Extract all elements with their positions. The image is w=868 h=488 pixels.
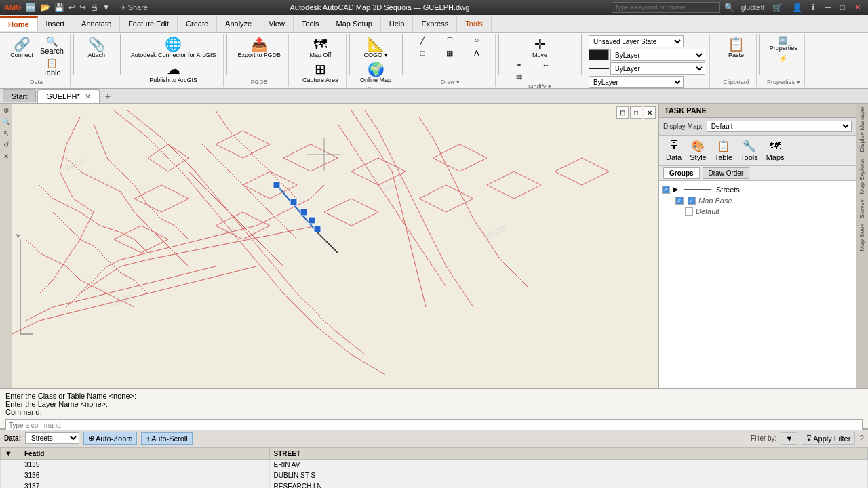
col-street[interactable]: STREET [269, 448, 867, 460]
tab-tools[interactable]: Tools [294, 17, 328, 30]
data-help-btn[interactable]: ? [859, 434, 864, 443]
save-btn[interactable]: 💾 [53, 3, 66, 12]
modify-btn1[interactable]: ✂ [506, 60, 532, 70]
streets-checkbox[interactable]: ✓ [662, 186, 670, 194]
user-btn[interactable]: 👤 [788, 3, 806, 12]
attach-button[interactable]: 📎 Attach [81, 35, 111, 60]
map-off-button[interactable]: 🗺 Map Off [305, 35, 335, 60]
maximize-btn[interactable]: □ [836, 3, 849, 12]
lt-select-btn[interactable]: ↖ [1, 128, 10, 138]
table-button[interactable]: 📋 Table [38, 57, 66, 77]
bylayer-color-dropdown[interactable]: ByLayer [610, 49, 705, 61]
auto-scroll-btn[interactable]: ↕ Auto-Scroll [141, 432, 192, 445]
tab-annotate[interactable]: Annotate [73, 17, 120, 30]
move-button[interactable]: ✛ Move [525, 35, 555, 60]
info-btn[interactable]: ℹ [808, 3, 819, 12]
match-properties-btn[interactable]: ⚡ [768, 54, 800, 64]
tab-help[interactable]: Help [381, 17, 414, 30]
paste-button[interactable]: 📋 Paste [722, 35, 751, 60]
export-fgdb-button[interactable]: 📤 Export to FGDB [234, 35, 284, 60]
panel-tab-groups[interactable]: Groups [663, 167, 700, 179]
close-btn[interactable]: ✕ [850, 3, 865, 12]
bylayer-linetype-dropdown[interactable]: ByLayer [589, 76, 684, 88]
minimize-btn[interactable]: ─ [821, 3, 835, 12]
tab-express[interactable]: Express [413, 17, 457, 30]
connect-button[interactable]: 🔗 Connect [7, 35, 37, 77]
search-ribbon-button[interactable]: 🔍 Search [38, 35, 66, 56]
capture-area-button[interactable]: ⊞ Capture Area [299, 60, 342, 85]
cogo-button[interactable]: 📐 COGO ▾ [361, 35, 391, 60]
display-map-dropdown[interactable]: Default [707, 121, 852, 132]
add-tab-button[interactable]: + [101, 89, 115, 103]
open-btn[interactable]: 📂 [39, 3, 52, 12]
draw-circle-btn[interactable]: ○ [464, 35, 490, 47]
new-btn[interactable]: 🆕 [24, 3, 37, 12]
undo-btn[interactable]: ↩ [67, 3, 77, 12]
draw-line-btn[interactable]: ╱ [410, 35, 435, 47]
side-label-map-book[interactable]: Map Book [859, 224, 865, 251]
color-swatch[interactable] [589, 49, 609, 60]
draw-hatch-btn[interactable]: ▦ [437, 48, 462, 58]
close-tab-guelph[interactable]: ✕ [85, 92, 91, 100]
table-row[interactable]: 3136DUBLIN ST S [1, 470, 868, 481]
layer-state-dropdown[interactable]: Unsaved Layer State [589, 35, 684, 47]
streets-expand[interactable]: ▶ [673, 185, 678, 194]
lt-x-btn[interactable]: ✕ [1, 151, 10, 161]
online-map-button[interactable]: 🌍 Online Map [357, 60, 395, 85]
more-btn[interactable]: ▼ [101, 3, 112, 12]
map-viewport[interactable]: RRCG RRCG RRCG RRCG RRCG Y ⊡ □ ✕ [12, 104, 659, 388]
modify-btn3[interactable]: ⇉ [506, 72, 532, 82]
bylayer-lineweight-dropdown[interactable]: ByLayer [610, 62, 705, 75]
side-label-display-manager[interactable]: Display Manager [859, 106, 865, 152]
search-icon[interactable]: 🔍 [722, 3, 737, 12]
tab-home[interactable]: Home [0, 16, 38, 31]
map-restore-btn[interactable]: ⊡ [616, 106, 629, 119]
tab-view[interactable]: View [260, 17, 294, 30]
default-checkbox[interactable] [685, 207, 693, 216]
data-source-dropdown[interactable]: Streets [25, 432, 79, 444]
titlebar-search[interactable] [612, 2, 720, 13]
polyline-button[interactable]: ⟋ Polyline [305, 85, 335, 88]
side-label-survey[interactable]: Survey [859, 199, 865, 218]
share-button[interactable]: ✈ Share [120, 3, 148, 12]
tab-map-setup[interactable]: Map Setup [328, 17, 381, 30]
draw-arc-btn[interactable]: ⌒ [437, 35, 462, 47]
panel-data-icon[interactable]: 🗄 Data [663, 139, 684, 163]
panel-style-icon[interactable]: 🎨 Style [687, 138, 709, 163]
filter-dropdown[interactable]: ▼ [781, 432, 797, 445]
tree-item-default[interactable]: Default [675, 206, 853, 217]
data-table-container[interactable]: ▼ FeatId STREET 3135ERIN AV3136DUBLIN ST… [0, 447, 868, 488]
tab-start[interactable]: Start [3, 89, 36, 102]
tab-guelph[interactable]: GUELPH* ✕ [37, 89, 100, 103]
draw-text-btn[interactable]: A [464, 48, 490, 58]
table-row[interactable]: 3135ERIN AV [1, 460, 868, 470]
table-row[interactable]: 3137RESEARCH LN [1, 481, 868, 489]
map-maximize-btn[interactable]: □ [630, 106, 642, 119]
tab-feature-edit[interactable]: Feature Edit [120, 17, 178, 30]
arcgis-connector-button[interactable]: 🌐 Autodesk Connector for ArcGIS [127, 35, 220, 60]
map-base-checkbox1[interactable]: ✓ [675, 197, 684, 205]
panel-tab-draw-order[interactable]: Draw Order [703, 167, 750, 179]
tab-create[interactable]: Create [178, 17, 217, 30]
lt-zoom-btn[interactable]: 🔍 [1, 117, 10, 127]
panel-tools-icon[interactable]: 🔧 Tools [738, 138, 761, 163]
panel-table-icon[interactable]: 📋 Table [712, 138, 735, 163]
tab-insert[interactable]: Insert [38, 17, 74, 30]
panel-maps-icon[interactable]: 🗺 Maps [764, 139, 787, 163]
draw-rect-btn[interactable]: □ [410, 48, 435, 58]
map-close-btn[interactable]: ✕ [644, 106, 656, 119]
tree-item-map-base[interactable]: ✓ ✓ Map Base [675, 195, 853, 206]
apply-filter-btn[interactable]: ⊽ Apply Filter [802, 432, 855, 445]
map-base-checkbox2[interactable]: ✓ [688, 197, 696, 205]
side-label-map-explorer[interactable]: Map Explorer [859, 158, 865, 195]
lt-rotate-btn[interactable]: ↺ [1, 140, 10, 150]
publish-arcgis-button[interactable]: ☁ Publish to ArcGIS [146, 60, 201, 85]
tab-analyze[interactable]: Analyze [217, 17, 260, 30]
tab-tools2[interactable]: Tools [457, 17, 492, 30]
cart-btn[interactable]: 🛒 [768, 3, 787, 12]
properties-btn[interactable]: 🔤 Properties [768, 35, 800, 52]
modify-btn2[interactable]: ↔ [533, 60, 559, 70]
tree-item-streets[interactable]: ✓ ▶ Streets [662, 184, 853, 195]
sort-icon[interactable]: ▼ [5, 449, 12, 458]
print-btn[interactable]: 🖨 [89, 3, 100, 12]
